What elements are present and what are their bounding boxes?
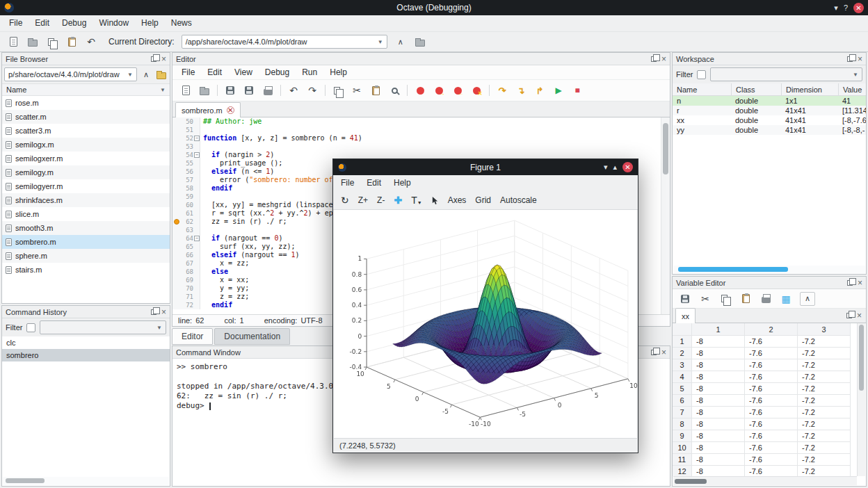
variable-tab[interactable]: xx bbox=[675, 308, 696, 323]
scrollbar-handle[interactable] bbox=[678, 267, 788, 272]
zoom-out-button[interactable]: Z- bbox=[377, 195, 385, 205]
grid-cell[interactable]: -8 bbox=[692, 395, 745, 407]
editor-menu-debug[interactable]: Debug bbox=[259, 65, 296, 81]
print-button[interactable] bbox=[262, 83, 274, 97]
grid-cell[interactable]: -7.6 bbox=[745, 407, 798, 418]
grid-row-header[interactable]: 4 bbox=[673, 371, 692, 383]
remove-breakpoints-button[interactable]: ✕ bbox=[470, 83, 483, 97]
new-script-button[interactable] bbox=[7, 35, 19, 49]
grid-cell[interactable]: -7.2 bbox=[798, 454, 851, 466]
workspace-row[interactable]: yydouble41x41[-8,-8,- bbox=[673, 125, 866, 135]
grid-cell[interactable]: -7.6 bbox=[745, 395, 798, 407]
grid-cell[interactable]: -8 bbox=[692, 418, 745, 430]
grid-cell[interactable]: -8 bbox=[692, 383, 745, 395]
filter-combobox[interactable]: ▼ bbox=[710, 67, 862, 81]
file-row[interactable]: scatter3.m bbox=[2, 124, 170, 138]
copy-button[interactable] bbox=[719, 292, 732, 306]
grid-cell[interactable]: -8 bbox=[692, 454, 745, 466]
undock-icon[interactable] bbox=[847, 280, 853, 286]
next-breakpoint-button[interactable]: → bbox=[433, 83, 445, 97]
scrollbar-handle[interactable] bbox=[6, 478, 45, 483]
cut-button[interactable]: ✂ bbox=[699, 292, 712, 306]
dock-tab-editor[interactable]: Editor bbox=[172, 328, 213, 345]
grid-column-header[interactable]: 2 bbox=[745, 323, 798, 336]
horizontal-scrollbar[interactable] bbox=[673, 476, 857, 485]
open-file-button[interactable] bbox=[198, 83, 211, 97]
grid-row-header[interactable]: 11 bbox=[673, 454, 692, 466]
file-row[interactable]: slice.m bbox=[2, 207, 170, 221]
fold-icon[interactable]: − bbox=[194, 236, 200, 241]
file-row[interactable]: rose.m bbox=[2, 96, 170, 110]
grid-cell[interactable]: -7.6 bbox=[745, 383, 798, 395]
file-row[interactable]: shrinkfaces.m bbox=[2, 193, 170, 207]
grid-row-header[interactable]: 3 bbox=[673, 359, 692, 371]
folder-up-button[interactable]: ∧ bbox=[140, 67, 152, 81]
grid-cell[interactable]: -7.6 bbox=[745, 348, 798, 359]
grid-row-header[interactable]: 8 bbox=[673, 418, 692, 430]
code-line[interactable]: 52−function [x, y, z] = sombrero (n = 41… bbox=[172, 134, 670, 143]
directory-up-button[interactable]: ∧ bbox=[394, 35, 407, 49]
breakpoint-marker-icon[interactable] bbox=[174, 219, 179, 225]
file-row[interactable]: semilogx.m bbox=[2, 138, 170, 152]
cut-button[interactable]: ✂ bbox=[351, 83, 363, 97]
close-icon[interactable]: × bbox=[661, 55, 666, 63]
grid-column-header[interactable]: 3 bbox=[798, 323, 851, 336]
close-window-icon[interactable]: ✕ bbox=[853, 3, 864, 13]
grid-cell[interactable]: -7.2 bbox=[798, 442, 851, 454]
paste-button[interactable] bbox=[65, 35, 78, 49]
figure-menu-help[interactable]: Help bbox=[387, 175, 417, 191]
paste-button[interactable] bbox=[739, 292, 752, 306]
close-icon[interactable]: × bbox=[161, 308, 166, 316]
fold-icon[interactable]: − bbox=[194, 152, 200, 158]
undo-button[interactable]: ↶ bbox=[85, 35, 97, 49]
vertical-scrollbar[interactable] bbox=[857, 323, 865, 476]
grid-cell[interactable]: -7.2 bbox=[798, 407, 851, 418]
scrollbar-handle[interactable] bbox=[859, 325, 864, 391]
grid-cell[interactable]: -7.2 bbox=[798, 466, 851, 476]
step-button[interactable]: ↷ bbox=[496, 83, 508, 97]
menu-file[interactable]: File bbox=[3, 15, 29, 31]
grid-cell[interactable]: -7.2 bbox=[798, 383, 851, 395]
editor-file-tab[interactable]: sombrero.m ✕ bbox=[175, 102, 241, 117]
file-row[interactable]: semilogxerr.m bbox=[2, 152, 170, 165]
filter-checkbox[interactable] bbox=[697, 70, 706, 79]
file-row[interactable]: scatter.m bbox=[2, 110, 170, 124]
grid-row-header[interactable]: 12 bbox=[673, 466, 692, 476]
grid-cell[interactable]: -7.2 bbox=[798, 336, 851, 348]
grid-cell[interactable]: -7.6 bbox=[745, 430, 798, 442]
undock-icon[interactable] bbox=[651, 350, 657, 355]
close-icon[interactable]: × bbox=[858, 55, 862, 63]
open-file-button[interactable] bbox=[26, 35, 39, 49]
grid-cell[interactable]: -8 bbox=[692, 466, 745, 476]
file-row[interactable]: sombrero.m bbox=[2, 235, 170, 249]
file-browser-path-combobox[interactable]: p/share/octave/4.4.0/m/plot/draw ▼ bbox=[4, 67, 137, 81]
shade-window-icon[interactable]: ▾ bbox=[834, 4, 838, 12]
menu-news[interactable]: News bbox=[165, 15, 198, 31]
text-tool-icon[interactable]: T▼ bbox=[411, 195, 422, 205]
grid-row-header[interactable]: 10 bbox=[673, 442, 692, 454]
step-out-button[interactable]: ↱ bbox=[533, 83, 546, 97]
history-item[interactable]: clc bbox=[2, 336, 170, 349]
file-row[interactable]: semilogyerr.m bbox=[2, 179, 170, 193]
fold-icon[interactable]: − bbox=[194, 136, 200, 141]
close-icon[interactable]: × bbox=[858, 279, 862, 287]
copy-button[interactable] bbox=[332, 83, 344, 97]
grid-cell[interactable]: -7.2 bbox=[798, 430, 851, 442]
workspace-row[interactable]: ndouble1x141 bbox=[673, 96, 866, 106]
grid-cell[interactable]: -7.6 bbox=[745, 336, 798, 348]
find-button[interactable] bbox=[388, 83, 401, 97]
figure-titlebar[interactable]: Figure 1 ▾ ▴ ✕ bbox=[333, 159, 638, 175]
previous-breakpoint-button[interactable]: ← bbox=[451, 83, 464, 97]
grid-cell[interactable]: -7.6 bbox=[745, 454, 798, 466]
grid-cell[interactable]: -7.2 bbox=[798, 418, 851, 430]
scrollbar-handle[interactable] bbox=[663, 123, 668, 174]
paste-button[interactable] bbox=[369, 83, 382, 97]
continue-button[interactable]: ▶ bbox=[552, 83, 565, 97]
dock-tab-documentation[interactable]: Documentation bbox=[214, 328, 290, 345]
grid-cell[interactable]: -8 bbox=[692, 348, 745, 359]
grid-cell[interactable]: -7.6 bbox=[745, 371, 798, 383]
grid-row-header[interactable]: 9 bbox=[673, 430, 692, 442]
menu-window[interactable]: Window bbox=[93, 15, 135, 31]
horizontal-scrollbar[interactable] bbox=[3, 477, 169, 485]
vertical-scrollbar[interactable] bbox=[661, 117, 670, 314]
